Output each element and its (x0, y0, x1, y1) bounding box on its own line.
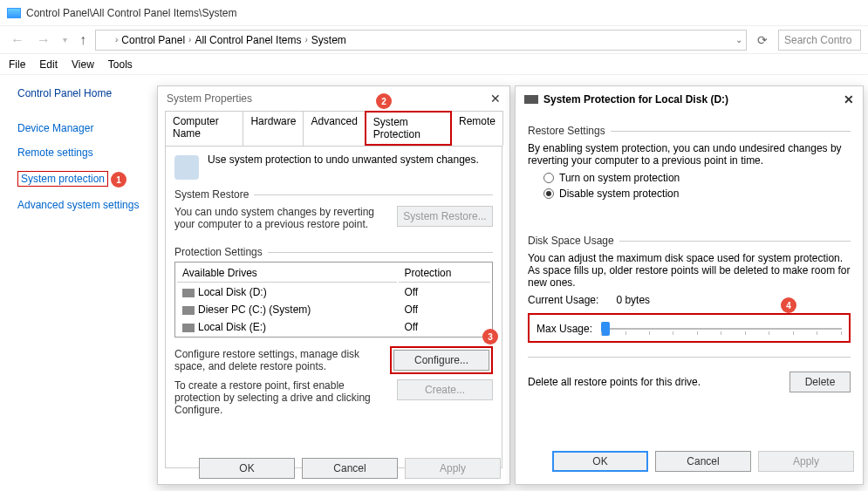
nav-row: ← → ▾ ↑ › Control Panel › All Control Pa… (0, 26, 868, 54)
radio-turn-on[interactable]: Turn on system protection (543, 172, 851, 184)
breadcrumb[interactable]: › Control Panel › All Control Panel Item… (95, 30, 747, 51)
configure-button[interactable]: Configure... (393, 350, 489, 371)
close-icon[interactable]: ✕ (844, 92, 854, 106)
chevron-right-icon[interactable]: › (304, 35, 307, 44)
breadcrumb-icon (99, 36, 112, 44)
system-restore-button[interactable]: System Restore... (397, 206, 493, 227)
col-available-drives: Available Drives (177, 264, 397, 283)
apply-button[interactable]: Apply (405, 458, 501, 479)
delete-button[interactable]: Delete (789, 372, 851, 392)
refresh-icon[interactable]: ⟳ (752, 33, 773, 47)
current-usage-label: Current Usage: (528, 294, 598, 306)
ok-button[interactable]: OK (552, 451, 648, 472)
table-row[interactable]: Local Disk (E:)Off (177, 319, 490, 335)
dialog1-intro: Use system protection to undo unwanted s… (208, 153, 479, 166)
marker-3: 3 (482, 329, 498, 344)
disk-icon (182, 324, 195, 332)
configure-text: Configure restore settings, manage disk … (174, 348, 383, 372)
marker-4: 4 (781, 297, 796, 313)
close-icon[interactable]: ✕ (490, 92, 501, 106)
configure-highlight: Configure... 3 (390, 346, 493, 374)
group-disk-space: Disk Space Usage (528, 235, 614, 247)
table-row[interactable]: Dieser PC (C:) (System)Off (177, 302, 490, 317)
drive-protection: Off (399, 302, 490, 317)
dialog1-title: System Properties (167, 92, 252, 105)
disk-icon (182, 289, 195, 297)
drives-table: Available DrivesProtection Local Disk (D… (174, 262, 493, 338)
menu-edit[interactable]: Edit (39, 58, 58, 71)
drive-name: Local Disk (E:) (198, 321, 266, 333)
max-usage-label: Max Usage: (537, 323, 592, 335)
drive-name: Local Disk (D:) (198, 286, 267, 298)
breadcrumb-leaf[interactable]: System (311, 34, 346, 46)
table-row[interactable]: Local Disk (D:)Off (177, 284, 490, 300)
chevron-right-icon[interactable]: › (115, 35, 118, 44)
radio-turn-on-label: Turn on system protection (559, 172, 680, 184)
tab-advanced[interactable]: Advanced (303, 111, 365, 146)
disk-icon (524, 95, 538, 104)
dialog1-tabs: Computer Name Hardware Advanced System P… (158, 111, 509, 146)
apply-button[interactable]: Apply (758, 451, 854, 472)
dialog2-title: System Protection for Local Disk (D:) (543, 93, 728, 106)
chevron-right-icon[interactable]: › (188, 35, 191, 44)
tab-system-protection[interactable]: System Protection (365, 111, 452, 146)
cancel-button[interactable]: Cancel (302, 458, 398, 479)
sidebar-item-system-protection-highlight: System protection 1 (17, 171, 108, 187)
drive-protection: Off (399, 284, 490, 300)
current-usage-value: 0 bytes (616, 294, 650, 306)
tab-computer-name[interactable]: Computer Name (165, 111, 243, 146)
search-placeholder: Search Contro (784, 34, 851, 46)
sidebar-item-device-manager[interactable]: Device Manager (17, 122, 152, 134)
group-system-restore: System Restore (174, 188, 249, 201)
window-title: Control Panel\All Control Panel Items\Sy… (26, 7, 236, 19)
nav-back-icon[interactable]: ← (7, 32, 28, 48)
sidebar-item-advanced[interactable]: Advanced system settings (17, 199, 152, 211)
window-titlebar: Control Panel\All Control Panel Items\Sy… (0, 0, 868, 26)
restore-shield-icon (174, 155, 199, 180)
sidebar: Control Panel Home Device Manager Remote… (0, 75, 152, 491)
tab-hardware[interactable]: Hardware (243, 111, 304, 146)
marker-2: 2 (376, 93, 392, 109)
col-protection: Protection (399, 264, 490, 283)
dialog-system-properties: System Properties ✕ Computer Name Hardwa… (157, 85, 510, 485)
menu-tools[interactable]: Tools (108, 58, 133, 71)
create-text: To create a restore point, first enable … (174, 379, 390, 416)
delete-text: Delete all restore points for this drive… (528, 376, 701, 388)
max-usage-slider[interactable] (601, 320, 842, 338)
radio-disable[interactable]: Disable system protection (543, 188, 851, 200)
system-restore-text: You can undo system changes by reverting… (174, 206, 390, 230)
sidebar-item-home[interactable]: Control Panel Home (17, 87, 152, 99)
nav-recent-icon[interactable]: ▾ (59, 35, 71, 44)
dialog-system-protection-disk: System Protection for Local Disk (D:) ✕ … (515, 85, 864, 485)
tab-remote[interactable]: Remote (451, 111, 503, 146)
menubar: File Edit View Tools (0, 54, 868, 75)
breadcrumb-mid[interactable]: All Control Panel Items (195, 34, 301, 46)
disk-icon (182, 306, 195, 315)
sidebar-item-remote-settings[interactable]: Remote settings (17, 147, 152, 159)
drive-protection: Off (399, 319, 490, 335)
menu-view[interactable]: View (72, 58, 94, 71)
search-input[interactable]: Search Contro (778, 30, 861, 51)
drive-name: Dieser PC (C:) (System) (198, 303, 311, 316)
cancel-button[interactable]: Cancel (655, 451, 751, 472)
breadcrumb-root[interactable]: Control Panel (121, 34, 185, 46)
max-usage-highlight: 4 Max Usage: (528, 313, 851, 343)
group-protection-settings: Protection Settings (174, 246, 263, 258)
group-restore-settings: Restore Settings (528, 125, 605, 137)
menu-file[interactable]: File (9, 58, 25, 71)
radio-disable-label: Disable system protection (559, 188, 679, 200)
nav-forward-icon[interactable]: → (33, 32, 54, 48)
marker-1: 1 (111, 172, 126, 188)
chevron-down-icon[interactable]: ⌄ (735, 35, 742, 44)
restore-settings-text: By enabling system protection, you can u… (528, 142, 851, 167)
system-icon (7, 8, 21, 18)
sidebar-item-system-protection[interactable]: System protection (21, 173, 105, 185)
create-button[interactable]: Create... (397, 379, 493, 400)
nav-up-icon[interactable]: ↑ (76, 32, 90, 48)
ok-button[interactable]: OK (199, 458, 295, 479)
disk-space-text: You can adjust the maximum disk space us… (528, 252, 851, 289)
